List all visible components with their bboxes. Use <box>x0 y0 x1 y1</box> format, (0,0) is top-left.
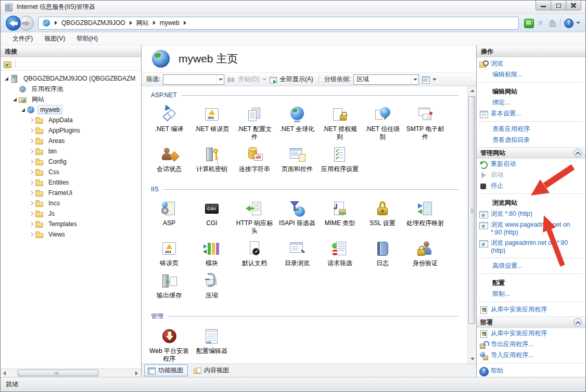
stop-request-icon[interactable] <box>536 19 544 27</box>
feature-asp[interactable]: ASP <box>148 197 190 237</box>
expander-icon[interactable] <box>28 139 35 142</box>
forward-button[interactable] <box>19 16 34 31</box>
help-icon[interactable] <box>564 19 572 27</box>
expander-icon[interactable] <box>20 108 27 112</box>
feature-dotnet-profile[interactable]: .NET 配置文件 <box>233 103 276 143</box>
feature-pages-and-controls[interactable]: 页面和控件 <box>276 143 319 175</box>
tree-item-frameui[interactable]: FrameUi <box>1 188 141 198</box>
breadcrumb-item[interactable]: QBGGZBDAZMJ9JOO <box>61 19 125 27</box>
action-install-from-gallery-2[interactable]: 从库中安装应用程序 <box>477 328 585 339</box>
chevron-down-icon[interactable] <box>411 75 418 84</box>
expander-icon[interactable] <box>28 160 35 163</box>
tree-item-areas[interactable]: Areas <box>1 136 141 146</box>
feature-dotnet-globalization[interactable]: .NET 全球化 <box>276 103 319 143</box>
restore-button[interactable] <box>551 1 566 10</box>
action-browse-www-pageadmin[interactable]: 浏览 www.pageadmin.net on *:80 (http) <box>477 219 585 238</box>
tree-item-appdata[interactable]: AppData <box>1 115 141 125</box>
tree-item-sites[interactable]: 网站 <box>1 94 141 104</box>
feature-web-platform-installer[interactable]: Web 平台安装程序 <box>148 325 190 363</box>
menu-item-0[interactable]: 文件(F) <box>7 33 39 45</box>
refresh-icon[interactable] <box>524 19 532 27</box>
feature-smtp-email[interactable]: SMTP 电子邮件 <box>404 103 447 143</box>
action-basic-settings[interactable]: 基本设置... <box>477 108 585 119</box>
scroll-up-button[interactable] <box>468 86 477 95</box>
scrollbar-thumb[interactable] <box>468 96 475 324</box>
action-help[interactable]: 帮助 <box>477 365 585 376</box>
action-online-help[interactable]: 联机帮助 <box>477 376 585 377</box>
scroll-down-button[interactable] <box>468 355 477 363</box>
feature-handler-mappings[interactable]: 处理程序映射 <box>404 197 447 237</box>
tree-item-views[interactable]: Views <box>1 229 141 240</box>
feature-default-document[interactable]: 默认文档 <box>233 237 276 269</box>
home-icon[interactable] <box>548 19 556 27</box>
tree-item-myweb[interactable]: myweb <box>1 104 141 115</box>
feature-cgi[interactable]: CGI <box>190 197 233 237</box>
action-browse-pageadmin[interactable]: 浏览 pageadmin.net on *:80 (http) <box>477 238 585 256</box>
tree-item-css[interactable]: Css <box>1 167 141 177</box>
action-install-from-gallery[interactable]: 从库中安装应用程序 <box>477 304 585 315</box>
tab-content-view[interactable]: 内容视图 <box>190 364 234 376</box>
tree-item-appplugins[interactable]: AppPlugins <box>1 125 141 136</box>
expander-icon[interactable] <box>28 223 35 226</box>
expander-icon[interactable] <box>28 119 35 122</box>
back-button[interactable] <box>6 16 21 31</box>
feature-connection-strings[interactable]: 连接字符串 <box>233 143 276 175</box>
breadcrumb-item[interactable]: myweb <box>160 19 180 27</box>
view-style-icon[interactable] <box>422 75 430 84</box>
feature-authentication[interactable]: 身份验证 <box>404 237 447 269</box>
action-import-application[interactable]: 导入应用程序... <box>477 350 585 361</box>
feature-dotnet-trust-levels[interactable]: .NET 信任级别 <box>361 103 404 143</box>
chevron-down-icon[interactable] <box>262 79 266 81</box>
filter-combobox[interactable] <box>163 74 224 85</box>
vertical-scrollbar[interactable] <box>467 86 476 363</box>
group-by-combobox[interactable]: 区域 <box>353 74 419 85</box>
collapse-chevron-icon[interactable] <box>574 318 582 326</box>
collapse-chevron-icon[interactable] <box>574 149 582 157</box>
tree-item-server[interactable]: QBGGZBDAZMJ9JOO (QBGGZBDAZM <box>1 73 141 84</box>
expander-icon[interactable] <box>28 191 35 194</box>
feature-output-caching[interactable]: 输出缓存 <box>148 269 190 302</box>
action-export-application[interactable]: 导出应用程序... <box>477 339 585 350</box>
close-button[interactable] <box>566 1 581 10</box>
feature-session-state[interactable]: 会话状态 <box>148 143 190 175</box>
action-edit-permissions[interactable]: 编辑权限... <box>477 69 585 80</box>
feature-compression[interactable]: 压缩 <box>190 269 233 302</box>
feature-machine-key[interactable]: 计算机密钥 <box>190 143 233 175</box>
action-limits[interactable]: 限制... <box>477 289 585 299</box>
action-advanced-settings[interactable]: 高级设置... <box>477 260 585 271</box>
feature-isapi-filters[interactable]: ISAPI 筛选器 <box>276 197 319 237</box>
minimize-button[interactable] <box>536 1 551 10</box>
expander-icon[interactable] <box>28 129 35 132</box>
feature-modules[interactable]: 模块 <box>190 237 233 269</box>
chevron-down-icon[interactable] <box>432 79 437 81</box>
feature-request-filtering[interactable]: 请求筛选 <box>319 237 361 269</box>
menu-item-2[interactable]: 帮助(H) <box>71 33 104 45</box>
action-stop[interactable]: 停止 <box>477 180 585 191</box>
scroll-left-button[interactable] <box>1 369 9 377</box>
chevron-down-icon[interactable] <box>576 22 580 24</box>
tree-item-templates[interactable]: Templates <box>1 219 141 229</box>
feature-dotnet-compilation[interactable]: .NET 编译 <box>148 103 190 143</box>
expander-icon[interactable] <box>11 98 18 101</box>
scrollbar-thumb[interactable] <box>18 370 98 376</box>
expander-icon[interactable] <box>28 212 35 215</box>
breadcrumb[interactable]: QBGGZBDAZMJ9JOO网站myweb <box>38 17 519 30</box>
action-restart[interactable]: 重新启动 <box>477 159 585 169</box>
save-connections-icon[interactable] <box>3 60 11 68</box>
tree-item-entities[interactable]: Entities <box>1 177 141 188</box>
tree-item-bin[interactable]: bin <box>1 146 141 156</box>
tree-item-js[interactable]: Js <box>1 208 141 219</box>
menu-item-1[interactable]: 视图(V) <box>39 33 71 45</box>
breadcrumb-item[interactable]: 网站 <box>136 19 149 27</box>
action-browse[interactable]: 浏览 <box>477 58 585 69</box>
feature-ssl-settings[interactable]: SSL 设置 <box>361 197 404 237</box>
action-start[interactable]: 启动 <box>477 169 585 180</box>
expander-icon[interactable] <box>3 77 10 81</box>
tree-item-app-pools[interactable]: 应用程序池 <box>1 84 141 94</box>
expander-icon[interactable] <box>28 150 35 153</box>
scroll-right-button[interactable] <box>132 369 141 377</box>
expander-icon[interactable] <box>28 233 35 236</box>
go-button[interactable]: 开始(G) <box>238 75 259 84</box>
expander-icon[interactable] <box>28 181 35 184</box>
expander-icon[interactable] <box>28 171 35 174</box>
